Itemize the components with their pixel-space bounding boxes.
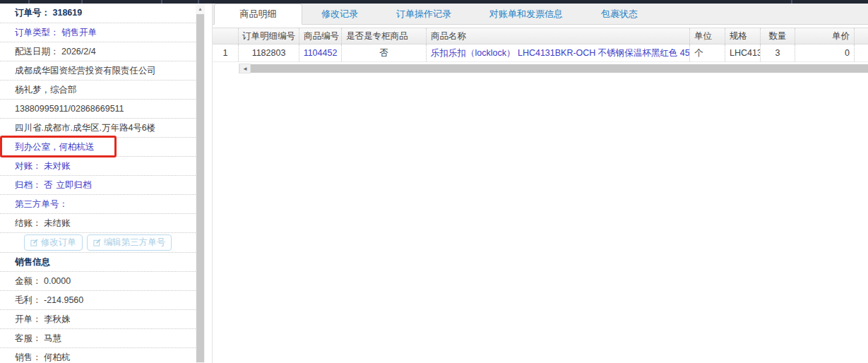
- salesperson-row: 销售： 何柏杭: [0, 348, 196, 363]
- cell-product-no-link[interactable]: 1104452: [299, 44, 342, 61]
- scroll-left-arrow-icon[interactable]: ◄: [239, 64, 251, 73]
- detail-tabbar: 商品明细 修改记录 订单操作记录 对账单和发票信息 包裹状态: [213, 4, 868, 25]
- tab-statement-invoice-info[interactable]: 对账单和发票信息: [470, 4, 582, 24]
- gross-profit: 毛利： -214.9560: [15, 294, 83, 307]
- tab-package-status[interactable]: 包裹状态: [582, 4, 657, 24]
- customer-service: 客服： 马慧: [15, 333, 61, 345]
- third-party-no-label: 第三方单号：: [15, 198, 68, 210]
- product-detail-grid: 订单明细编号 商品编号 是否是专柜商品 商品名称 单位 规格 数量 单价 1 1…: [213, 28, 868, 73]
- header-spec: 规格: [725, 28, 761, 44]
- address: 四川省.成都市.成华区.万年路4号6楼: [15, 122, 155, 134]
- third-party-no-row: 第三方单号：: [0, 195, 196, 214]
- gross-profit-row: 毛利： -214.9560: [0, 291, 196, 310]
- cell-unit: 个: [690, 44, 725, 61]
- hscroll-thumb[interactable]: [251, 64, 868, 73]
- sidebar-scrollbar-thumb[interactable]: [196, 14, 204, 362]
- reconciliation-row: 对账： 未对账: [0, 157, 196, 176]
- tab-order-operation-log[interactable]: 订单操作记录: [377, 4, 470, 24]
- tab-product-detail[interactable]: 商品明细: [214, 4, 302, 25]
- sales-info-title: 销售信息: [15, 256, 50, 268]
- edit-third-party-label: 编辑第三方单号: [104, 237, 166, 249]
- amount-row: 金额： 0.0000: [0, 272, 196, 291]
- edit-icon: [30, 239, 38, 246]
- order-type: 订单类型： 销售开单: [15, 27, 97, 39]
- edit-third-party-button[interactable]: 编辑第三方单号: [87, 234, 172, 251]
- header-price: 单价: [795, 28, 855, 44]
- order-number: 订单号： 318619: [15, 7, 82, 19]
- settlement-row: 结账： 未结账: [0, 214, 196, 233]
- delivery-note-row: 到办公室，何柏杭送: [0, 138, 196, 157]
- order-detail-panel: 商品明细 修改记录 订单操作记录 对账单和发票信息 包裹状态 订单明细编号 商品…: [212, 4, 868, 363]
- phone-numbers: 13880995911/02868669511: [15, 104, 124, 114]
- cell-detail-no: 1182803: [239, 44, 299, 61]
- phone-row: 13880995911/02868669511: [0, 100, 196, 119]
- cell-spec: LHC413: [725, 44, 761, 61]
- scroll-up-arrow-icon[interactable]: ▲: [196, 4, 205, 14]
- cell-price: 0: [795, 44, 855, 61]
- cell-qty: 3: [761, 44, 795, 61]
- contact-name: 杨礼梦，综合部: [15, 84, 77, 96]
- cell-is-counter: 否: [342, 44, 427, 61]
- product-no-link[interactable]: 1104452: [304, 48, 338, 58]
- cell-filler: [855, 44, 868, 61]
- header-seq: [213, 28, 239, 44]
- archive-status: 归档： 否: [15, 179, 52, 191]
- sales-info-header-row: 销售信息: [0, 253, 196, 272]
- grid-horizontal-scrollbar: ◄: [213, 64, 868, 73]
- header-qty: 数量: [761, 28, 795, 44]
- header-filler: [855, 28, 868, 44]
- delivery-note: 到办公室，何柏杭送: [15, 141, 95, 153]
- cell-seq: 1: [213, 44, 239, 61]
- header-product-no: 商品编号: [299, 28, 342, 44]
- order-info-sidebar: 订单号： 318619 订单类型： 销售开单 配送日期： 2026/2/4 成都…: [0, 4, 196, 363]
- sidebar-scrollbar[interactable]: ▲: [196, 4, 205, 363]
- archive-row: 归档： 否 立即归档: [0, 176, 196, 195]
- address-row: 四川省.成都市.成华区.万年路4号6楼: [0, 119, 196, 138]
- contact-row: 杨礼梦，综合部: [0, 81, 196, 100]
- company-name: 成都成华国资经营投资有限责任公司: [15, 65, 156, 77]
- settlement-status: 结账： 未结账: [15, 218, 70, 230]
- header-is-counter: 是否是专柜商品: [342, 28, 427, 44]
- sidebar-button-row: 修改订单 编辑第三方单号: [0, 233, 196, 253]
- header-product-name: 商品名称: [427, 28, 690, 44]
- hscroll-spacer: [213, 64, 239, 73]
- opened-by-row: 开单： 李秋姝: [0, 310, 196, 329]
- tab-modify-log[interactable]: 修改记录: [302, 4, 377, 24]
- amount: 金额： 0.0000: [15, 275, 71, 287]
- salesperson: 销售： 何柏杭: [15, 352, 70, 363]
- reconciliation-status: 对账： 未对账: [15, 160, 70, 172]
- header-unit: 单位: [690, 28, 725, 44]
- customer-service-row: 客服： 马慧: [0, 329, 196, 348]
- edit-icon: [93, 239, 101, 246]
- edit-order-label: 修改订单: [41, 237, 76, 249]
- company-row: 成都成华国资经营投资有限责任公司: [0, 61, 196, 81]
- order-type-row: 订单类型： 销售开单: [0, 23, 196, 42]
- order-number-row: 订单号： 318619: [0, 4, 196, 23]
- header-detail-no: 订单明细编号: [239, 28, 299, 44]
- archive-now-link[interactable]: 立即归档: [56, 179, 91, 191]
- opened-by: 开单： 李秋姝: [15, 314, 70, 326]
- table-row[interactable]: 1 1182803 1104452 否 乐扣乐扣（locklock） LHC41…: [213, 44, 868, 62]
- grid-header-row: 订单明细编号 商品编号 是否是专柜商品 商品名称 单位 规格 数量 单价: [213, 28, 868, 44]
- delivery-date: 配送日期： 2026/2/4: [15, 46, 96, 58]
- delivery-date-row: 配送日期： 2026/2/4: [0, 42, 196, 61]
- edit-order-button[interactable]: 修改订单: [24, 234, 83, 251]
- product-name-link[interactable]: 乐扣乐扣（locklock） LHC4131BKR-OCH 不锈钢保温杯黑红色 …: [431, 47, 690, 59]
- cell-product-name[interactable]: 乐扣乐扣（locklock） LHC4131BKR-OCH 不锈钢保温杯黑红色 …: [427, 44, 690, 61]
